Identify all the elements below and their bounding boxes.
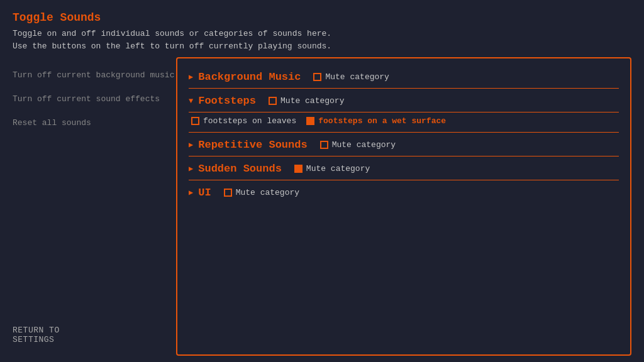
sound-item-footsteps-leaves[interactable]: footsteps on leaves (191, 116, 296, 126)
expand-icon-background-music[interactable]: ▶ (189, 72, 193, 82)
expand-icon-footsteps[interactable]: ▼ (189, 97, 193, 106)
mute-checkbox-repetitive-sounds (320, 141, 328, 149)
category-row-repetitive-sounds: ▶ Repetitive Sounds Mute category (189, 133, 619, 156)
expand-icon-repetitive-sounds[interactable]: ▶ (189, 140, 193, 150)
turn-off-sfx-button[interactable]: Turn off current sound effects (13, 87, 176, 111)
sound-item-footsteps-wet[interactable]: footsteps on a wet surface (306, 116, 446, 126)
category-row-footsteps: ▼ Footsteps Mute category (189, 89, 619, 112)
mute-label-sudden-sounds: Mute category (306, 164, 370, 173)
mute-button-sudden-sounds[interactable]: Mute category (294, 163, 370, 175)
category-name-repetitive-sounds[interactable]: Repetitive Sounds (198, 139, 307, 151)
category-row-sudden-sounds: ▶ Sudden Sounds Mute category (189, 156, 619, 180)
mute-checkbox-ui (224, 189, 232, 197)
mute-checkbox-footsteps (269, 97, 277, 105)
subcategory-row-footsteps: footsteps on leaves footsteps on a wet s… (189, 112, 619, 133)
mute-checkbox-sudden-sounds (294, 165, 303, 173)
sound-label-footsteps-wet: footsteps on a wet surface (318, 116, 446, 126)
sound-checkbox-footsteps-leaves (191, 117, 199, 125)
expand-icon-ui[interactable]: ▶ (189, 188, 193, 197)
sound-label-footsteps-leaves: footsteps on leaves (203, 116, 296, 126)
mute-checkbox-background-music (313, 73, 321, 81)
mute-label-footsteps: Mute category (280, 96, 344, 106)
page-title: Toggle Sounds (13, 11, 631, 24)
expand-icon-sudden-sounds[interactable]: ▶ (189, 164, 193, 173)
category-name-background-music[interactable]: Background Music (198, 71, 301, 83)
sound-checkbox-footsteps-wet (306, 117, 314, 125)
header-description: Toggle on and off individual sounds or c… (13, 28, 631, 52)
turn-off-music-button[interactable]: Turn off current background music (13, 63, 176, 87)
category-row-background-music: ▶ Background Music Mute category (189, 65, 619, 89)
reset-all-sounds-button[interactable]: Reset all sounds (13, 111, 176, 135)
sidebar: Turn off current background music Turn o… (13, 57, 176, 356)
return-to-settings-button[interactable]: RETURN TOSETTINGS (13, 321, 176, 349)
header-desc-line1: Toggle on and off individual sounds or c… (13, 29, 331, 38)
content-panel: ▶ Background Music Mute category ▼ Foots… (176, 57, 631, 356)
main-layout: Turn off current background music Turn o… (0, 57, 644, 362)
header-desc-line2: Use the buttons on the left to turn off … (13, 41, 331, 51)
category-name-sudden-sounds[interactable]: Sudden Sounds (198, 163, 282, 175)
mute-button-repetitive-sounds[interactable]: Mute category (320, 139, 396, 151)
mute-label-repetitive-sounds: Mute category (332, 140, 396, 150)
mute-button-footsteps[interactable]: Mute category (269, 95, 344, 107)
sidebar-spacer (13, 136, 176, 321)
category-name-ui[interactable]: UI (198, 187, 211, 199)
category-name-footsteps[interactable]: Footsteps (198, 95, 256, 107)
mute-label-ui: Mute category (236, 188, 299, 197)
mute-button-ui[interactable]: Mute category (224, 187, 299, 199)
mute-label-background-music: Mute category (325, 72, 389, 82)
category-row-ui: ▶ UI Mute category (189, 180, 619, 204)
mute-button-background-music[interactable]: Mute category (313, 71, 389, 83)
header: Toggle Sounds Toggle on and off individu… (0, 0, 644, 57)
